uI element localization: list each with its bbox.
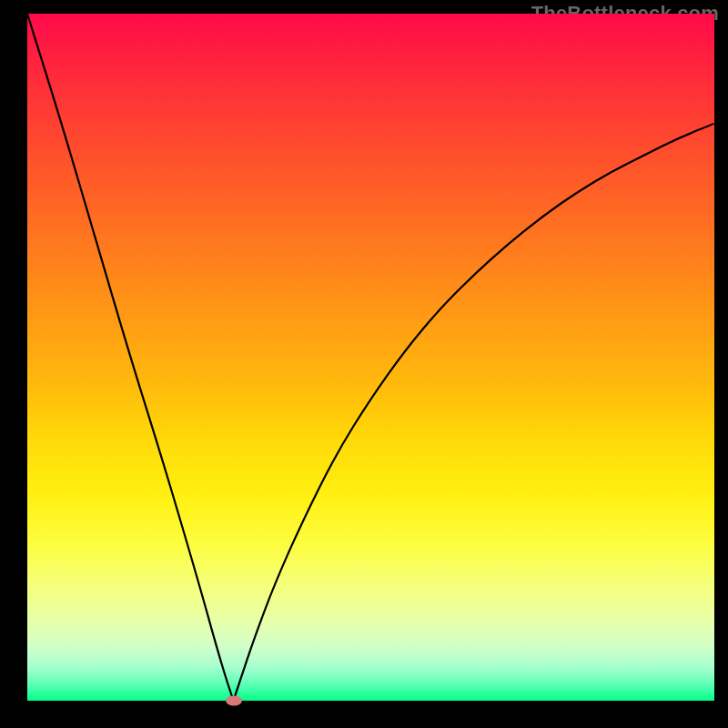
bottleneck-curve bbox=[27, 14, 714, 701]
minimum-marker bbox=[226, 696, 242, 706]
chart-frame: TheBottleneck.com bbox=[0, 0, 728, 728]
plot-area bbox=[27, 14, 714, 701]
curve-left-branch bbox=[27, 14, 234, 701]
curve-right-branch bbox=[234, 124, 715, 701]
